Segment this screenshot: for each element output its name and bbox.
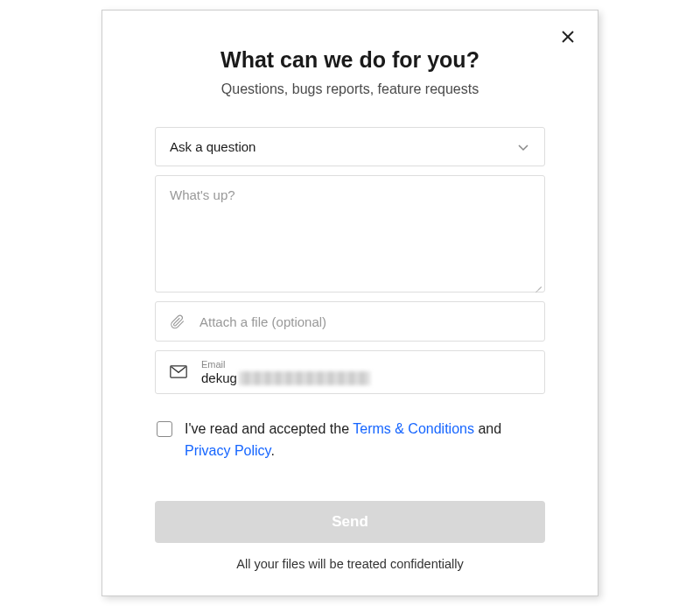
consent-checkbox[interactable]	[157, 421, 172, 437]
message-textarea[interactable]	[170, 187, 530, 280]
modal-subtitle: Questions, bugs reports, feature request…	[155, 81, 545, 97]
email-value: dekug	[201, 370, 237, 385]
close-button[interactable]	[557, 26, 578, 47]
send-button[interactable]: Send	[155, 501, 545, 543]
privacy-link[interactable]: Privacy Policy	[185, 443, 270, 458]
terms-link[interactable]: Terms & Conditions	[353, 421, 474, 436]
feedback-modal: What can we do for you? Questions, bugs …	[102, 10, 598, 596]
resize-handle-icon[interactable]	[533, 280, 542, 289]
consent-text: I've read and accepted the Terms & Condi…	[185, 419, 543, 462]
modal-title: What can we do for you?	[155, 47, 545, 73]
attach-file-button[interactable]: Attach a file (optional)	[155, 301, 545, 342]
chevron-down-icon	[516, 140, 530, 154]
consent-suffix: .	[270, 443, 274, 458]
email-content: Email dekug	[201, 359, 530, 385]
message-field[interactable]	[155, 175, 545, 292]
paperclip-icon	[170, 314, 186, 329]
topic-select-value: Ask a question	[170, 139, 256, 154]
consent-row: I've read and accepted the Terms & Condi…	[155, 419, 545, 462]
email-label: Email	[201, 359, 530, 370]
close-icon	[561, 30, 575, 44]
consent-middle: and	[474, 421, 501, 436]
attach-file-label: Attach a file (optional)	[200, 314, 326, 329]
topic-select[interactable]: Ask a question	[155, 127, 545, 166]
consent-prefix: I've read and accepted the	[185, 421, 353, 436]
footer-note: All your files will be treated confident…	[155, 557, 545, 571]
envelope-icon	[170, 365, 187, 379]
email-field[interactable]: Email dekug	[155, 350, 545, 394]
email-redacted	[239, 371, 370, 385]
